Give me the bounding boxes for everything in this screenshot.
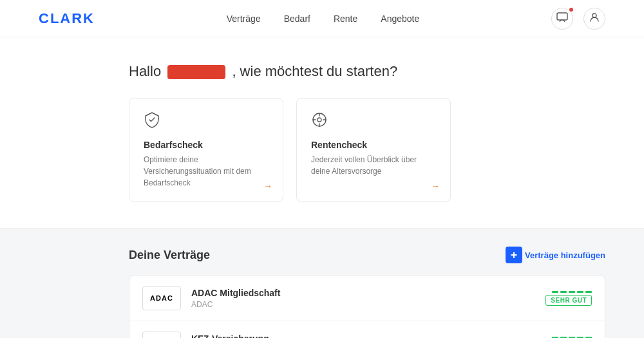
vertraege-section: Deine Verträge + Verträge hinzufügen ADA…: [0, 229, 644, 338]
greeting-start: Hallo: [129, 63, 161, 79]
rentencheck-description: Jederzeit vollen Überblick über deine Al…: [311, 154, 436, 177]
hero-greeting: Hallo , wie möchtest du starten?: [129, 63, 605, 80]
dot-2: [560, 291, 567, 293]
adac-contract-name: ADAC Mitgliedschaft: [191, 288, 545, 298]
header: CLARK Verträge Bedarf Rente Angebote: [0, 0, 644, 37]
adac-provider: ADAC: [191, 300, 545, 309]
svg-rect-0: [557, 13, 567, 20]
dot-4: [577, 291, 583, 293]
logo[interactable]: CLARK: [39, 10, 95, 27]
dot-3: [569, 291, 575, 293]
adac-rating-badge: SEHR GUT: [545, 295, 592, 306]
contract-list: ADAC ADAC Mitgliedschaft ADAC SEHR GUT: [129, 275, 605, 338]
add-contract-text-button[interactable]: Verträge hinzufügen: [525, 250, 605, 260]
header-icons: [551, 8, 605, 30]
user-icon: [589, 12, 600, 25]
bedarfscheck-title: Bedarfscheck: [144, 140, 269, 150]
bedarfscheck-arrow: →: [263, 181, 272, 191]
add-contract-wrapper: + Verträge hinzufügen: [506, 247, 605, 263]
chat-button[interactable]: [551, 8, 573, 30]
huk-logo: 🚗 HUK-COBURG: [142, 332, 181, 338]
nav-angebote[interactable]: Angebote: [381, 14, 419, 24]
nav-vertraege[interactable]: Verträge: [227, 14, 261, 24]
adac-rating: SEHR GUT: [545, 291, 592, 306]
rentencheck-icon: [311, 111, 436, 132]
huk-contract-name: KFZ-Versicherung: [191, 333, 545, 339]
dot-1: [552, 291, 558, 293]
chat-icon: [556, 12, 568, 25]
nav-rente[interactable]: Rente: [334, 14, 357, 24]
main-content: Hallo , wie möchtest du starten? Bedarfs…: [0, 37, 644, 338]
huk-info: KFZ-Versicherung Huk-Coburg: [191, 333, 545, 339]
vertraege-header: Deine Verträge + Verträge hinzufügen: [129, 247, 605, 263]
chat-notification-badge: [568, 6, 574, 13]
main-nav: Verträge Bedarf Rente Angebote: [227, 14, 420, 24]
rentencheck-arrow: →: [431, 181, 440, 191]
rentencheck-card[interactable]: Rentencheck Jederzeit vollen Überblick ü…: [296, 98, 451, 202]
user-name-pill: [167, 65, 225, 79]
contract-item-adac[interactable]: ADAC ADAC Mitgliedschaft ADAC SEHR GUT: [129, 276, 605, 321]
add-contract-icon-button[interactable]: +: [506, 247, 522, 263]
rentencheck-title: Rentencheck: [311, 140, 436, 150]
svg-point-1: [592, 14, 596, 17]
adac-logo-text: ADAC: [150, 294, 173, 302]
svg-point-3: [317, 118, 321, 122]
user-profile-button[interactable]: [583, 8, 605, 30]
nav-bedarf[interactable]: Bedarf: [284, 14, 310, 24]
hero-cards: Bedarfscheck Optimiere deine Versicherun…: [129, 98, 605, 202]
adac-logo: ADAC: [142, 286, 181, 310]
bedarfscheck-card[interactable]: Bedarfscheck Optimiere deine Versicherun…: [129, 98, 283, 202]
bedarfscheck-description: Optimiere deine Versicherungssituation m…: [144, 154, 269, 189]
hero-section: Hallo , wie möchtest du starten? Bedarfs…: [0, 37, 644, 229]
bedarfscheck-icon: [144, 111, 269, 132]
vertraege-title: Deine Verträge: [129, 249, 210, 262]
adac-rating-dots: [552, 291, 592, 293]
dot-5: [585, 291, 592, 293]
adac-info: ADAC Mitgliedschaft ADAC: [191, 288, 545, 309]
contract-item-huk[interactable]: 🚗 HUK-COBURG KFZ-Versicherung Huk-Coburg: [129, 321, 605, 338]
greeting-end: , wie möchtest du starten?: [232, 63, 397, 79]
